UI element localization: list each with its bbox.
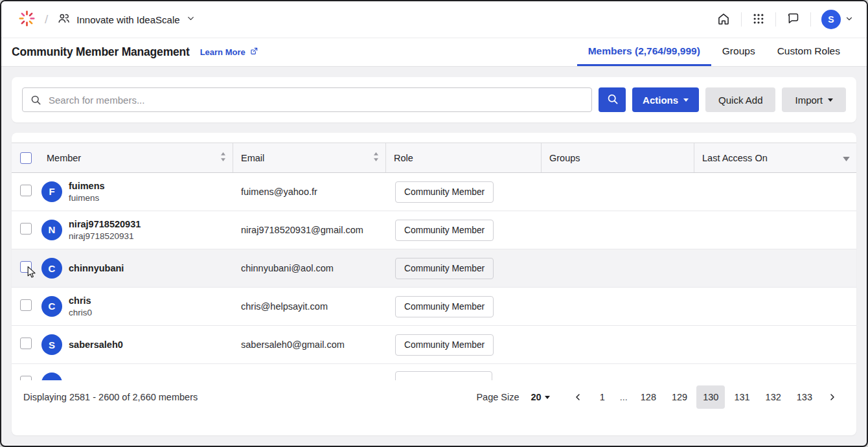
page-button[interactable]: 128 [634, 385, 663, 409]
page-button[interactable]: 132 [759, 385, 788, 409]
member-email: niraj9718520931@gmail.com [233, 225, 386, 235]
learn-more-link[interactable]: Learn More [200, 47, 258, 58]
member-email: chinnyubani@aol.com [233, 263, 386, 273]
select-row-checkbox[interactable] [20, 299, 32, 311]
select-row-checkbox[interactable] [20, 185, 32, 196]
community-selector[interactable]: Innovate with IdeaScale [57, 12, 195, 27]
column-label: Last Access On [702, 153, 768, 163]
column-header-last-access[interactable]: Last Access On [694, 143, 856, 172]
actions-label: Actions [643, 95, 678, 106]
caret-down-icon[interactable] [843, 153, 850, 163]
role-chip[interactable]: Community Member [395, 334, 494, 356]
role-chip[interactable]: Community Member [395, 220, 494, 241]
column-header-role: Role [386, 143, 542, 172]
page-button[interactable]: 133 [790, 385, 819, 409]
chat-button[interactable] [779, 12, 807, 27]
app-window: / Innovate with IdeaScale [0, 0, 868, 447]
search-input[interactable] [22, 87, 592, 112]
learn-more-label: Learn More [200, 47, 246, 57]
apps-grid-icon [752, 12, 765, 27]
member-avatar: S [41, 334, 62, 355]
column-label: Member [47, 153, 81, 163]
topbar-left: / Innovate with IdeaScale [18, 10, 196, 30]
member-name: chris [69, 295, 92, 306]
page-button[interactable]: 131 [727, 385, 756, 409]
table-row[interactable]: C chris chris0 chris@helpsayit.com Commu… [12, 288, 856, 326]
page-size-value: 20 [531, 392, 542, 402]
column-label: Email [241, 153, 264, 163]
displaying-text: Displaying 2581 - 2600 of 2,660 members [23, 392, 198, 402]
role-chip[interactable] [395, 371, 492, 381]
member-username: fuimens [69, 192, 105, 204]
page-size-selector[interactable]: 20 [531, 392, 550, 402]
member-email: chris@helpsayit.com [233, 301, 386, 312]
table-body: F fuimens fuimens fuimens@yahoo.fr Commu… [12, 173, 856, 380]
search-icon [606, 93, 619, 107]
member-username: niraj9718520931 [69, 231, 141, 242]
chevron-down-icon [845, 14, 854, 25]
table-row[interactable]: N niraj9718520931 niraj9718520931 niraj9… [12, 211, 856, 249]
divider [741, 12, 742, 27]
member-avatar: F [41, 181, 62, 202]
home-button[interactable] [709, 12, 738, 28]
apps-grid-button[interactable] [745, 12, 772, 27]
table-row[interactable] [12, 364, 856, 380]
caret-down-icon [683, 98, 689, 102]
sort-icon[interactable] [373, 152, 379, 163]
select-all-checkbox[interactable] [20, 152, 32, 164]
community-people-icon [57, 12, 71, 27]
column-header-email[interactable]: Email [233, 143, 386, 172]
select-row-checkbox[interactable] [20, 338, 32, 349]
page-button[interactable]: 129 [665, 385, 694, 409]
member-email: sabersaleh0@gmail.com [233, 339, 386, 350]
members-table: Member Email Role Groups [12, 133, 856, 435]
column-header-member[interactable]: Member [41, 143, 233, 172]
column-label: Role [394, 153, 413, 163]
actions-dropdown-button[interactable]: Actions [632, 87, 699, 112]
next-page-button[interactable] [821, 392, 843, 402]
topbar-right: S [709, 10, 856, 29]
ideascale-logo-icon[interactable] [18, 10, 36, 30]
page-title: Community Member Management [12, 45, 190, 59]
table-row[interactable]: F fuimens fuimens fuimens@yahoo.fr Commu… [12, 173, 856, 211]
member-avatar: C [41, 258, 62, 279]
table-row[interactable]: S sabersaleh0 sabersaleh0@gmail.com Comm… [12, 326, 856, 364]
table-header-row: Member Email Role Groups [12, 143, 856, 173]
caret-down-icon [545, 396, 550, 399]
caret-down-icon [828, 98, 833, 102]
quick-add-button[interactable]: Quick Add [705, 87, 775, 112]
member-avatar: N [41, 220, 62, 240]
home-icon [716, 12, 731, 28]
column-header-groups: Groups [542, 143, 694, 172]
role-chip[interactable]: Community Member [395, 258, 494, 279]
search-button[interactable] [599, 87, 626, 112]
select-row-checkbox[interactable] [20, 376, 32, 380]
table-footer: Displaying 2581 - 2600 of 2,660 members … [12, 380, 856, 414]
chat-bubble-icon [786, 12, 800, 27]
tab-bar: Members (2,764/99,999) Groups Custom Rol… [577, 38, 851, 66]
column-label: Groups [549, 153, 580, 163]
import-dropdown-button[interactable]: Import [782, 87, 846, 112]
member-name: niraj9718520931 [69, 218, 141, 230]
member-name: fuimens [69, 180, 105, 192]
table-row[interactable]: C chinnyubani chinnyubani@aol.com Commun… [12, 249, 856, 288]
role-chip[interactable]: Community Member [395, 296, 494, 317]
page-header: Community Member Management Learn More M… [1, 38, 867, 67]
sort-icon[interactable] [220, 152, 226, 163]
user-avatar: S [821, 10, 841, 29]
select-row-checkbox[interactable] [20, 223, 32, 235]
topbar: / Innovate with IdeaScale [1, 1, 867, 38]
tab-custom-roles[interactable]: Custom Roles [766, 38, 851, 66]
quick-add-label: Quick Add [718, 95, 762, 106]
select-row-checkbox[interactable] [20, 261, 32, 273]
user-menu-button[interactable]: S [814, 10, 856, 29]
tab-members[interactable]: Members (2,764/99,999) [577, 38, 711, 66]
page-button-current[interactable]: 130 [696, 385, 725, 409]
tab-groups[interactable]: Groups [711, 38, 766, 66]
role-chip[interactable]: Community Member [395, 181, 494, 203]
breadcrumb-separator: / [45, 12, 48, 27]
previous-page-button[interactable] [567, 392, 589, 402]
page-button[interactable]: 1 [591, 385, 613, 409]
divider [810, 12, 811, 27]
pagination-controls: Page Size 20 1 ... 128 129 130 [476, 385, 843, 409]
